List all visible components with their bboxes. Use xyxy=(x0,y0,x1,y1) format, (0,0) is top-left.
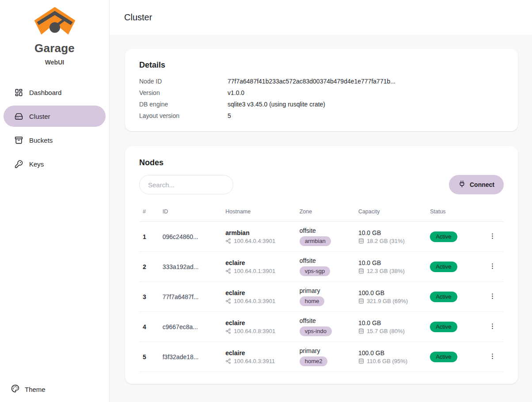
table-row: 4 c9667ec8a... eclaire 100.64.0.8:3901 o… xyxy=(139,312,504,342)
detail-label: Version xyxy=(139,89,228,96)
garage-logo xyxy=(34,6,76,41)
nodes-table: # ID Hostname Zone Capacity Status 1 096… xyxy=(139,204,504,372)
detail-value-db-engine: sqlite3 v3.45.0 (using rusqlite crate) xyxy=(228,101,504,108)
col-header-id: ID xyxy=(159,204,222,222)
brand-title: Garage xyxy=(34,42,75,55)
node-id: 333a192ad... xyxy=(159,252,222,282)
node-zone: offsite xyxy=(300,227,351,234)
node-id: c9667ec8a... xyxy=(159,312,222,342)
node-num: 1 xyxy=(139,222,159,252)
sidebar-item-label: Dashboard xyxy=(29,89,61,96)
node-hostname: armbian xyxy=(225,229,292,236)
sidebar-nav: Dashboard Cluster Buckets Keys xyxy=(0,82,109,174)
detail-value-layout-version: 5 xyxy=(228,112,504,119)
detail-value-version: v1.0.0 xyxy=(228,89,504,96)
node-capacity: 10.0 GB xyxy=(358,319,423,326)
more-vertical-icon xyxy=(489,322,496,331)
col-header-actions xyxy=(483,204,504,222)
node-address: 100.64.0.4:3901 xyxy=(234,238,275,244)
row-menu-button[interactable] xyxy=(487,291,498,303)
node-zone: offsite xyxy=(300,257,351,264)
main-area: Cluster Details Node ID 77f7a6487f41b233… xyxy=(110,0,532,402)
detail-label: DB engine xyxy=(139,101,228,108)
node-used: 321.9 GB (69%) xyxy=(367,298,408,304)
node-capacity: 100.0 GB xyxy=(358,349,423,356)
table-row: 2 333a192ad... eclaire 100.64.0.1:3901 o… xyxy=(139,252,504,282)
node-used: 110.6 GB (95%) xyxy=(367,358,407,364)
node-address: 100.64.0.3:3901 xyxy=(234,298,275,304)
status-badge: Active xyxy=(430,352,457,362)
page-title: Cluster xyxy=(124,12,152,23)
node-zone: primary xyxy=(300,287,351,294)
share-icon xyxy=(225,358,231,364)
sidebar-item-label: Buckets xyxy=(29,137,53,144)
detail-label: Node ID xyxy=(139,78,228,85)
sidebar: Garage WebUI Dashboard Cluster Buckets K… xyxy=(0,0,110,402)
node-id: f3f32ade18... xyxy=(159,342,222,372)
row-menu-button[interactable] xyxy=(487,321,498,333)
zone-tag-badge: armbian xyxy=(300,236,331,246)
row-menu-button[interactable] xyxy=(487,351,498,363)
node-address: 100.64.0.8:3901 xyxy=(234,328,275,334)
more-vertical-icon xyxy=(489,353,496,361)
node-num: 4 xyxy=(139,312,159,342)
database-icon xyxy=(358,358,364,364)
node-hostname: eclaire xyxy=(225,259,292,266)
share-icon xyxy=(225,238,231,244)
node-address: 100.64.0.1:3901 xyxy=(234,268,275,274)
zone-tag-badge: home xyxy=(300,296,325,306)
table-header-row: # ID Hostname Zone Capacity Status xyxy=(139,204,504,222)
node-capacity: 10.0 GB xyxy=(358,259,423,266)
details-title: Details xyxy=(139,61,504,70)
node-address: 100.64.0.3:3911 xyxy=(234,358,275,364)
dashboard-icon xyxy=(15,88,23,97)
row-menu-button[interactable] xyxy=(487,261,498,273)
detail-value-node-id: 77f7a6487f41b233ac572ac83d00374b479d4e1e… xyxy=(228,78,504,85)
palette-icon xyxy=(11,384,19,394)
details-card: Details Node ID 77f7a6487f41b233ac572ac8… xyxy=(125,49,518,131)
sidebar-item-buckets[interactable]: Buckets xyxy=(4,129,106,151)
row-menu-button[interactable] xyxy=(487,231,498,243)
node-zone: offsite xyxy=(300,317,351,324)
node-used: 18.2 GB (31%) xyxy=(367,238,405,244)
more-vertical-icon xyxy=(489,232,496,241)
col-header-status: Status xyxy=(426,204,483,222)
share-icon xyxy=(225,298,231,304)
nodes-title: Nodes xyxy=(139,158,504,167)
theme-button[interactable]: Theme xyxy=(11,384,46,394)
node-hostname: eclaire xyxy=(225,349,292,356)
key-icon xyxy=(15,160,23,168)
zone-tag-badge: vps-indo xyxy=(300,326,332,336)
node-used: 12.3 GB (38%) xyxy=(367,268,405,274)
database-icon xyxy=(358,238,364,244)
search-input[interactable] xyxy=(139,175,233,194)
sidebar-item-label: Cluster xyxy=(29,113,50,120)
sidebar-item-cluster[interactable]: Cluster xyxy=(4,106,106,127)
content: Details Node ID 77f7a6487f41b233ac572ac8… xyxy=(110,35,532,402)
zone-tag-badge: home2 xyxy=(300,356,328,366)
status-badge: Active xyxy=(430,231,457,242)
theme-label: Theme xyxy=(25,386,46,393)
col-header-hostname: Hostname xyxy=(222,204,296,222)
sidebar-item-dashboard[interactable]: Dashboard xyxy=(4,82,106,103)
zone-tag-badge: vps-sgp xyxy=(300,266,331,276)
sidebar-item-keys[interactable]: Keys xyxy=(4,153,106,174)
node-id: 77f7a6487f... xyxy=(159,282,222,312)
connect-button[interactable]: Connect xyxy=(449,175,504,194)
node-id: 096c24860... xyxy=(159,222,222,252)
share-icon xyxy=(225,328,231,334)
share-icon xyxy=(225,268,231,274)
status-badge: Active xyxy=(430,322,457,332)
topbar: Cluster xyxy=(110,0,532,35)
node-num: 5 xyxy=(139,342,159,372)
node-hostname: eclaire xyxy=(225,289,292,296)
col-header-zone: Zone xyxy=(296,204,355,222)
more-vertical-icon xyxy=(489,262,496,271)
col-header-capacity: Capacity xyxy=(355,204,426,222)
detail-label: Layout version xyxy=(139,112,228,119)
sidebar-item-label: Keys xyxy=(29,160,44,168)
details-grid: Node ID 77f7a6487f41b233ac572ac83d00374b… xyxy=(139,78,504,119)
archive-icon xyxy=(15,136,23,144)
brand-subtitle: WebUI xyxy=(45,59,64,66)
node-used: 15.7 GB (80%) xyxy=(367,328,405,334)
